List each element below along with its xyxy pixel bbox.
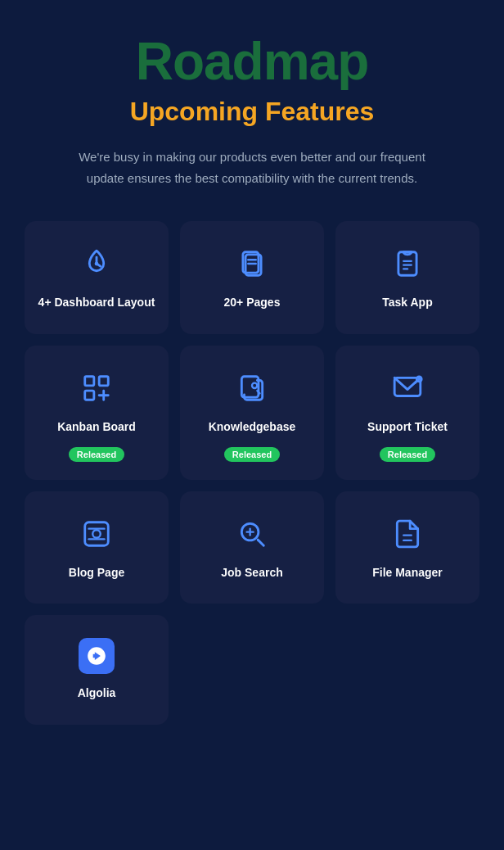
- page-description: We're busy in making our products even b…: [64, 147, 440, 188]
- kanban-icon: [77, 368, 116, 408]
- page-subtitle: Upcoming Features: [25, 97, 479, 127]
- svg-rect-10: [99, 377, 108, 386]
- card-kanban[interactable]: Kanban Board Released: [25, 346, 169, 480]
- svg-point-18: [92, 530, 101, 538]
- card-label: 20+ Pages: [224, 295, 281, 311]
- released-badge: Released: [224, 447, 280, 462]
- card-job-search[interactable]: Job Search: [180, 491, 324, 604]
- card-label: Job Search: [221, 565, 282, 581]
- card-label: Support Ticket: [367, 419, 448, 436]
- card-knowledgebase[interactable]: Knowledgebase Released: [180, 346, 324, 480]
- card-label: Knowledgebase: [209, 419, 296, 436]
- card-label: 4+ Dashboard Layout: [38, 295, 155, 311]
- svg-rect-17: [85, 522, 109, 545]
- card-pages[interactable]: 20+ Pages: [180, 221, 324, 334]
- card-task-app[interactable]: Task App: [335, 221, 479, 334]
- page-title: Roadmap: [25, 33, 479, 90]
- knowledgebase-icon: [232, 368, 272, 408]
- card-file-manager[interactable]: File Manager: [335, 491, 479, 604]
- card-algolia[interactable]: Algolia: [25, 615, 169, 725]
- page-container: Roadmap Upcoming Features We're busy in …: [0, 0, 504, 850]
- card-label: Task App: [382, 295, 432, 311]
- algolia-icon: [79, 638, 115, 674]
- released-badge: Released: [69, 447, 124, 462]
- dashboard-icon: [77, 244, 116, 283]
- pages-icon: [232, 244, 272, 283]
- blog-icon: [77, 514, 116, 554]
- features-grid: 4+ Dashboard Layout 20+ Pages: [25, 221, 479, 724]
- card-label: File Manager: [372, 565, 443, 581]
- card-label: Kanban Board: [57, 419, 136, 436]
- card-support[interactable]: Support Ticket Released: [335, 346, 479, 480]
- svg-rect-9: [85, 377, 94, 386]
- task-icon: [388, 244, 427, 283]
- svg-point-0: [95, 262, 99, 266]
- card-label: Blog Page: [69, 565, 124, 581]
- svg-rect-11: [85, 391, 94, 400]
- released-badge: Released: [380, 447, 435, 462]
- card-dashboard-layout[interactable]: 4+ Dashboard Layout: [25, 221, 169, 334]
- job-search-icon: [232, 514, 272, 554]
- card-blog[interactable]: Blog Page: [25, 491, 169, 604]
- support-icon: [388, 368, 427, 408]
- file-manager-icon: [388, 514, 427, 554]
- svg-point-15: [252, 383, 257, 388]
- card-label: Algolia: [78, 685, 116, 702]
